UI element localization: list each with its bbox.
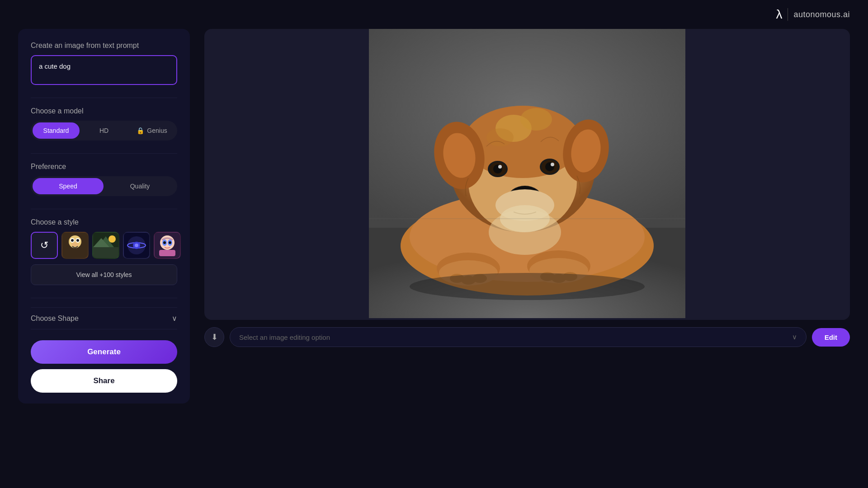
scifi-thumbnail-image	[124, 233, 149, 258]
choose-shape-label: Choose Shape	[31, 314, 79, 323]
generated-image-container	[204, 29, 850, 320]
svg-point-47	[551, 163, 554, 166]
edit-button[interactable]: Edit	[812, 328, 850, 347]
prompt-section-title: Create an image from text prompt	[31, 42, 177, 50]
pref-speed-button[interactable]: Speed	[33, 178, 104, 194]
style-default-thumb[interactable]: ↺	[31, 232, 58, 259]
edit-bar: ⬇ Select an image editing option ∨ Edit	[204, 327, 850, 347]
divider-1	[31, 98, 177, 98]
svg-point-11	[108, 235, 116, 243]
svg-point-4	[71, 239, 74, 242]
preference-selector: Speed Quality	[31, 176, 177, 196]
svg-point-5	[76, 239, 79, 242]
view-all-styles-button[interactable]: View all +100 styles	[31, 264, 177, 285]
style-landscape-thumb[interactable]	[92, 232, 119, 259]
svg-point-38	[520, 108, 552, 131]
style-anime-thumb[interactable]	[154, 232, 181, 259]
left-panel: Create an image from text prompt a cute …	[18, 29, 190, 404]
share-button[interactable]: Share	[31, 369, 177, 393]
editing-select-dropdown[interactable]: Select an image editing option ∨	[230, 327, 807, 347]
lock-icon: 🔒	[137, 127, 144, 134]
refresh-icon: ↺	[40, 239, 48, 251]
divider-2	[31, 153, 177, 154]
header: λ autonomous.ai	[0, 0, 868, 29]
divider-4	[31, 298, 177, 298]
download-icon: ⬇	[211, 332, 218, 342]
style-thumbnails: ↺	[31, 232, 177, 259]
svg-point-64	[410, 273, 645, 300]
main-layout: Create an image from text prompt a cute …	[0, 29, 868, 488]
editing-select-placeholder: Select an image editing option	[239, 333, 330, 341]
download-button[interactable]: ⬇	[204, 327, 224, 347]
model-selector: Standard HD 🔒 Genius	[31, 121, 177, 141]
style-cartoon-thumb[interactable]	[61, 232, 89, 259]
model-hd-button[interactable]: HD	[80, 122, 127, 139]
preference-section-title: Preference	[31, 163, 177, 171]
header-logo: λ autonomous.ai	[776, 7, 850, 22]
cartoon-thumbnail-image	[62, 233, 88, 258]
prompt-input[interactable]: a cute dog	[31, 55, 177, 85]
lambda-icon: λ	[776, 7, 782, 22]
style-scifi-thumb[interactable]	[123, 232, 150, 259]
right-panel: ⬇ Select an image editing option ∨ Edit	[204, 29, 850, 347]
landscape-thumbnail-image	[93, 233, 118, 258]
model-section-title: Choose a model	[31, 107, 177, 115]
chevron-down-icon: ∨	[172, 314, 177, 323]
generated-image	[204, 29, 850, 318]
anime-thumbnail-image	[155, 233, 180, 258]
svg-point-22	[169, 241, 171, 244]
choose-shape-row[interactable]: Choose Shape ∨	[31, 307, 177, 329]
model-genius-button[interactable]: 🔒 Genius	[128, 122, 175, 139]
svg-point-16	[135, 244, 138, 247]
divider-3	[31, 209, 177, 209]
style-section-title: Choose a style	[31, 218, 177, 226]
svg-point-21	[163, 241, 166, 244]
generate-button[interactable]: Generate	[31, 340, 177, 364]
svg-point-39	[486, 128, 514, 146]
pref-quality-button[interactable]: Quality	[104, 178, 175, 194]
svg-point-43	[498, 165, 502, 169]
svg-rect-23	[159, 250, 175, 256]
chevron-down-icon: ∨	[792, 333, 797, 341]
brand-name: autonomous.ai	[793, 10, 850, 19]
svg-rect-8	[93, 247, 118, 258]
header-divider	[788, 8, 788, 21]
model-standard-button[interactable]: Standard	[33, 122, 80, 139]
svg-point-6	[71, 242, 79, 247]
